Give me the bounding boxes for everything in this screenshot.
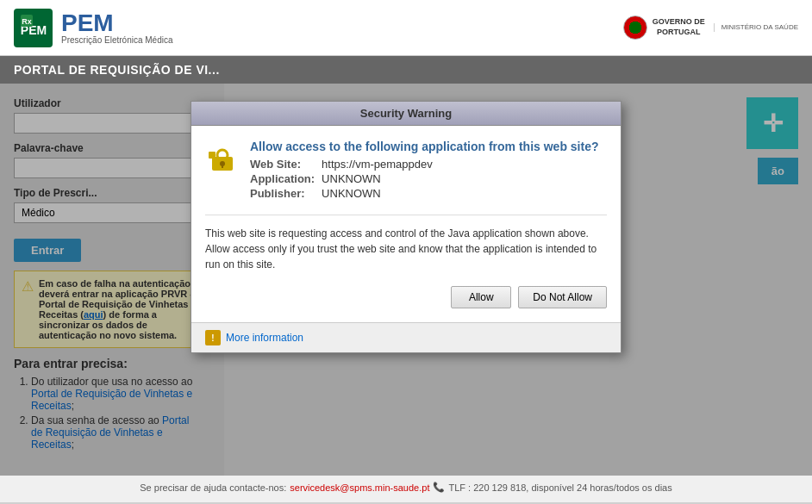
security-dialog: Security Warning: [191, 101, 621, 353]
dialog-titlebar: Security Warning: [191, 102, 621, 126]
application-label: Application:: [250, 171, 322, 186]
phone-icon: 📞: [433, 482, 445, 493]
logo-icon: PEM Rx: [14, 9, 53, 47]
dialog-header-content: Allow access to the following applicatio…: [250, 140, 599, 201]
header: PEM Rx PEM Prescrição Eletrónica Médica …: [0, 0, 812, 56]
app-full-name: Prescrição Eletrónica Médica: [61, 35, 173, 45]
app-name: PEM: [61, 11, 173, 35]
footer-phone: TLF : 220 129 818, disponível 24 horas/t…: [448, 482, 671, 493]
logo-text: PEM Prescrição Eletrónica Médica: [61, 11, 173, 45]
dialog-body: Allow access to the following applicatio…: [191, 126, 621, 322]
dialog-details: Web Site: https://vm-pemappdev Applicati…: [250, 157, 599, 201]
lock-icon: [205, 140, 240, 174]
publisher-label: Publisher:: [250, 186, 322, 201]
footer-text: Se precisar de ajuda contacte-nos:: [140, 482, 286, 493]
svg-rect-7: [222, 164, 223, 168]
do-not-allow-button[interactable]: Do Not Allow: [518, 286, 607, 308]
more-info-link[interactable]: More information: [226, 332, 303, 344]
footer-email[interactable]: servicedesk@spms.min-saude.pt: [290, 482, 429, 493]
website-label: Web Site:: [250, 157, 322, 171]
header-right: GOVERNO DE PORTUGAL MINISTÉRIO DA SAÚDE: [623, 16, 798, 40]
dialog-buttons: Allow Do Not Allow: [205, 286, 607, 308]
ministerio-text: MINISTÉRIO DA SAÚDE: [714, 23, 798, 32]
shield-icon: !: [205, 330, 221, 345]
dialog-header-row: Allow access to the following applicatio…: [205, 140, 607, 201]
portal-bar: PORTAL DE REQUISIÇÃO DE VI...: [0, 56, 812, 84]
website-value: https://vm-pemappdev: [322, 157, 440, 171]
gov-logo: GOVERNO DE PORTUGAL: [623, 16, 705, 40]
portugal-flag: [623, 16, 647, 40]
allow-button[interactable]: Allow: [451, 286, 511, 308]
dialog-footer: ! More information: [191, 322, 621, 352]
dialog-message: This web site is requesting access and c…: [205, 215, 607, 272]
gov-text: GOVERNO DE PORTUGAL: [653, 17, 705, 37]
svg-rect-8: [209, 152, 215, 159]
application-value: UNKNOWN: [322, 171, 440, 186]
dialog-overlay: Security Warning: [0, 84, 812, 476]
publisher-value: UNKNOWN: [322, 186, 440, 201]
logo-area: PEM Rx PEM Prescrição Eletrónica Médica: [14, 9, 173, 47]
dialog-question: Allow access to the following applicatio…: [250, 140, 599, 153]
svg-text:Rx: Rx: [22, 17, 32, 26]
footer: Se precisar de ajuda contacte-nos: servi…: [0, 471, 812, 502]
